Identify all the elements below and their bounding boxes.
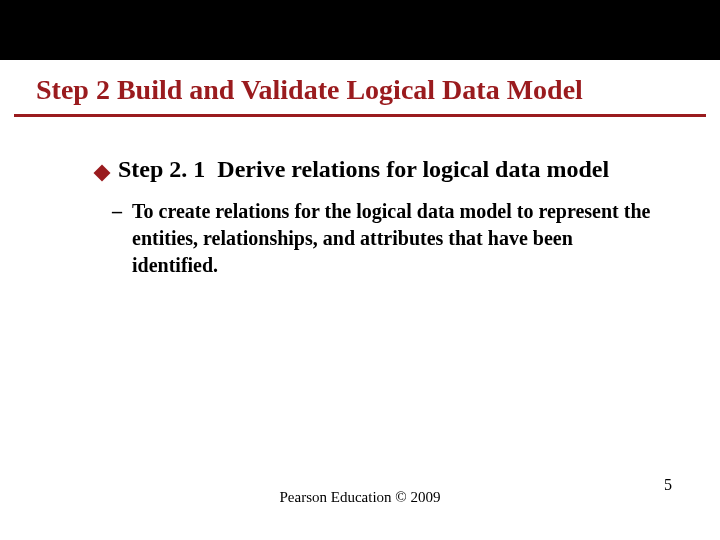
sub-bullet-text: To create relations for the logical data… <box>132 198 660 279</box>
footer-credit: Pearson Education © 2009 <box>0 489 720 506</box>
top-black-bar <box>0 0 720 60</box>
bullet-item: Step 2. 1 Derive relations for logical d… <box>96 156 690 183</box>
bullet-text: Step 2. 1 Derive relations for logical d… <box>118 156 609 183</box>
page-number: 5 <box>664 476 672 494</box>
sub-bullet-item: – To create relations for the logical da… <box>112 198 660 279</box>
slide: Step 2 Build and Validate Logical Data M… <box>0 0 720 540</box>
slide-title: Step 2 Build and Validate Logical Data M… <box>36 74 684 106</box>
bullet-step: Step 2. 1 <box>118 156 205 182</box>
bullet-label: Derive relations for logical data model <box>217 156 609 182</box>
title-underline <box>14 114 706 117</box>
diamond-bullet-icon <box>94 165 111 182</box>
dash-bullet-icon: – <box>112 198 122 224</box>
